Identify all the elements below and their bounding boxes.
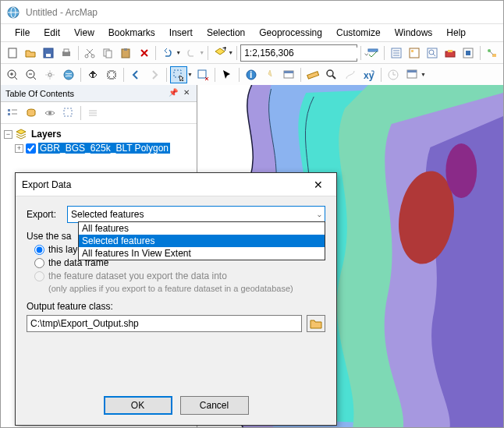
select-features-icon[interactable] bbox=[170, 66, 187, 83]
model-builder-icon[interactable] bbox=[484, 44, 500, 62]
menu-view[interactable]: View bbox=[68, 26, 101, 40]
expand-icon[interactable]: + bbox=[15, 144, 23, 153]
svg-rect-56 bbox=[8, 113, 10, 115]
catalog-icon[interactable] bbox=[406, 44, 422, 62]
pin-icon[interactable]: 📌 bbox=[168, 88, 179, 99]
dropdown-icon[interactable]: ▼ bbox=[228, 50, 233, 55]
list-by-selection-icon[interactable] bbox=[60, 104, 77, 122]
add-data-icon[interactable]: + bbox=[211, 44, 228, 62]
dropdown-icon[interactable]: ▼ bbox=[187, 72, 193, 77]
tools-toolbar: ▼ i xy ▼ bbox=[1, 63, 503, 85]
paste-icon[interactable] bbox=[118, 44, 134, 62]
ok-button[interactable]: OK bbox=[104, 396, 172, 415]
toc-view-buttons bbox=[1, 102, 197, 124]
browse-button[interactable] bbox=[307, 315, 325, 332]
radio-dataset-label: the feature dataset you export the data … bbox=[48, 271, 227, 281]
scale-input[interactable]: ⌵ bbox=[240, 44, 357, 62]
fixed-zoom-in-icon[interactable] bbox=[84, 66, 101, 83]
menu-geoprocessing[interactable]: Geoprocessing bbox=[253, 26, 328, 40]
export-dropdown[interactable]: Selected features ⌵ bbox=[67, 206, 325, 223]
radio-source-input[interactable] bbox=[34, 245, 44, 255]
new-icon[interactable] bbox=[4, 44, 20, 62]
layers-icon bbox=[15, 128, 27, 140]
dialog-titlebar[interactable]: Export Data ✕ bbox=[16, 173, 336, 196]
dropdown-icon[interactable]: ▼ bbox=[199, 50, 204, 55]
dropdown-icon[interactable]: ▼ bbox=[421, 72, 426, 77]
menu-windows[interactable]: Windows bbox=[389, 26, 439, 40]
dialog-title: Export Data bbox=[22, 179, 307, 190]
create-viewer-icon[interactable] bbox=[403, 66, 421, 83]
layer-checkbox[interactable] bbox=[26, 143, 36, 154]
output-label: Output feature class: bbox=[27, 301, 325, 312]
copy-icon[interactable] bbox=[100, 44, 116, 62]
menu-selection[interactable]: Selection bbox=[201, 26, 251, 40]
separator bbox=[236, 46, 237, 60]
layer-item[interactable]: + GBR_BGS_625k_BLT Polygon bbox=[4, 141, 193, 155]
clear-selection-icon[interactable] bbox=[194, 66, 211, 83]
save-icon[interactable] bbox=[40, 44, 56, 62]
python-icon[interactable] bbox=[460, 44, 477, 62]
pan-icon[interactable] bbox=[41, 66, 59, 83]
menu-help[interactable]: Help bbox=[440, 26, 472, 40]
go-to-xy-icon[interactable]: xy bbox=[360, 66, 378, 83]
separator bbox=[155, 46, 156, 60]
zoom-out-icon[interactable] bbox=[23, 66, 40, 83]
separator bbox=[215, 68, 215, 82]
svg-rect-26 bbox=[448, 50, 453, 52]
svg-point-38 bbox=[48, 73, 51, 76]
menu-insert[interactable]: Insert bbox=[163, 26, 199, 40]
hyperlink-icon[interactable] bbox=[261, 66, 279, 83]
menu-customize[interactable]: Customize bbox=[330, 26, 387, 40]
fixed-zoom-out-icon[interactable] bbox=[103, 66, 120, 83]
export-option[interactable]: All features bbox=[79, 222, 325, 235]
collapse-icon[interactable]: − bbox=[4, 130, 12, 139]
find-icon[interactable] bbox=[323, 66, 340, 83]
forward-icon[interactable] bbox=[146, 66, 163, 83]
list-by-source-icon[interactable] bbox=[23, 104, 40, 122]
select-elements-icon[interactable] bbox=[218, 66, 236, 83]
undo-icon[interactable] bbox=[159, 44, 176, 62]
scale-field[interactable] bbox=[241, 48, 364, 58]
svg-rect-55 bbox=[8, 109, 10, 111]
close-icon[interactable]: ✕ bbox=[307, 174, 330, 196]
list-by-visibility-icon[interactable] bbox=[41, 104, 59, 122]
export-option[interactable]: All features In View Extent bbox=[79, 247, 325, 260]
back-icon[interactable] bbox=[127, 66, 144, 83]
menu-edit[interactable]: Edit bbox=[37, 26, 66, 40]
toc-title: Table Of Contents bbox=[5, 89, 165, 98]
delete-icon[interactable] bbox=[136, 44, 152, 62]
editor-toolbar-icon[interactable] bbox=[364, 44, 381, 62]
redo-icon[interactable] bbox=[183, 44, 199, 62]
output-path-input[interactable] bbox=[27, 315, 302, 332]
close-icon[interactable]: ✕ bbox=[181, 88, 192, 99]
measure-icon[interactable] bbox=[304, 66, 321, 83]
html-popup-icon[interactable] bbox=[280, 66, 297, 83]
cancel-button[interactable]: Cancel bbox=[180, 396, 249, 415]
layers-root[interactable]: − Layers bbox=[4, 127, 193, 141]
zoom-in-icon[interactable] bbox=[4, 66, 21, 83]
svg-rect-3 bbox=[9, 48, 16, 58]
print-icon[interactable] bbox=[58, 44, 74, 62]
arcmap-icon bbox=[7, 6, 20, 19]
cut-icon[interactable] bbox=[82, 44, 98, 62]
menu-file[interactable]: File bbox=[9, 26, 36, 40]
radio-frame-input[interactable] bbox=[34, 258, 44, 268]
find-route-icon[interactable] bbox=[342, 66, 359, 83]
search-icon[interactable] bbox=[424, 44, 441, 62]
identify-icon[interactable]: i bbox=[243, 66, 260, 83]
arctoolbox-icon[interactable] bbox=[442, 44, 459, 62]
open-icon[interactable] bbox=[22, 44, 38, 62]
separator bbox=[360, 46, 361, 60]
full-extent-icon[interactable] bbox=[60, 66, 77, 83]
list-by-drawing-icon[interactable] bbox=[4, 104, 21, 122]
export-data-dialog: Export Data ✕ Export: Selected features … bbox=[15, 172, 337, 426]
options-icon[interactable] bbox=[84, 104, 101, 122]
toc-icon[interactable] bbox=[388, 44, 404, 62]
export-option[interactable]: Selected features bbox=[79, 235, 325, 247]
svg-rect-20 bbox=[410, 48, 419, 58]
menu-bookmarks[interactable]: Bookmarks bbox=[102, 26, 161, 40]
svg-rect-61 bbox=[64, 108, 72, 116]
radio-dataset-input bbox=[34, 271, 44, 281]
dropdown-icon[interactable]: ▼ bbox=[176, 50, 181, 55]
time-slider-icon[interactable] bbox=[385, 66, 402, 83]
